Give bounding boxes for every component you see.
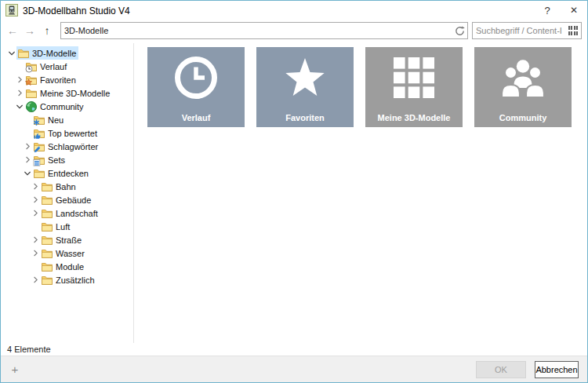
chevron-down-icon[interactable] — [7, 49, 16, 58]
tile-favoriten[interactable]: Favoriten — [256, 47, 354, 127]
tree-item-content[interactable]: Top bewertet — [32, 126, 100, 140]
tree-item-label: Zusätzlich — [56, 275, 95, 285]
tree-item-content[interactable]: Landschaft — [40, 206, 100, 220]
chevron-right-icon[interactable] — [31, 182, 40, 192]
chevron-placeholder — [31, 262, 40, 272]
tree-item-label: Luft — [56, 222, 70, 232]
tree-item-content[interactable]: Favoriten — [24, 73, 78, 86]
tree-item[interactable]: Luft — [1, 220, 133, 233]
grid-view-icon[interactable] — [565, 23, 581, 38]
element-count: 4 Elemente — [7, 345, 51, 354]
chevron-right-icon[interactable] — [31, 235, 40, 245]
tree-item[interactable]: Neu — [1, 113, 133, 126]
tree-item[interactable]: Schlagwörter — [1, 140, 133, 153]
tree-item-content[interactable]: Luft — [40, 220, 72, 233]
globe-icon — [25, 100, 38, 113]
chevron-down-icon[interactable] — [15, 102, 24, 111]
tree-item-content[interactable]: Schlagwörter — [32, 140, 100, 153]
tile-grid: VerlaufFavoritenMeine 3D-ModelleCommunit… — [134, 43, 587, 343]
tree-item[interactable]: Wasser — [1, 246, 133, 260]
star-icon — [256, 47, 354, 108]
chevron-right-icon[interactable] — [15, 75, 24, 85]
chevron-placeholder — [23, 115, 32, 125]
tree-item-label: Verlauf — [40, 62, 67, 71]
folder-star-icon — [25, 74, 38, 86]
chevron-placeholder — [31, 222, 40, 232]
footer: + OK Abbrechen — [1, 356, 587, 382]
chevron-right-icon[interactable] — [15, 89, 24, 98]
tile-label: Verlauf — [147, 113, 245, 122]
tree-item-content[interactable]: Verlauf — [24, 60, 69, 73]
tree-item-label: Top bewertet — [48, 129, 97, 138]
folder-thumb-icon — [33, 127, 45, 140]
tree-item-label: Sets — [48, 155, 65, 165]
tree-item[interactable]: Favoriten — [1, 73, 133, 86]
tree-item[interactable]: Entdecken — [1, 166, 133, 180]
tree-item[interactable]: Top bewertet — [1, 126, 133, 140]
chevron-right-icon[interactable] — [23, 155, 32, 165]
tree-item-content[interactable]: Bahn — [40, 180, 78, 193]
up-button[interactable]: ↑ — [38, 22, 56, 39]
tree-item[interactable]: Verlauf — [1, 60, 133, 73]
tree-item-content[interactable]: Gebäude — [40, 193, 93, 206]
statusbar: 4 Elemente — [1, 343, 587, 356]
folder-icon — [41, 194, 53, 206]
tree-item-content[interactable]: Wasser — [40, 246, 87, 260]
chevron-right-icon[interactable] — [31, 275, 40, 285]
forward-button[interactable]: → — [21, 22, 38, 39]
tree-item[interactable]: Zusätzlich — [1, 273, 133, 286]
address-input[interactable] — [61, 24, 452, 38]
chevron-placeholder — [23, 129, 32, 138]
chevron-right-icon[interactable] — [31, 195, 40, 205]
folder-icon — [41, 234, 53, 246]
tree-item-content[interactable]: Sets — [32, 153, 67, 166]
tree-item-content[interactable]: Neu — [32, 113, 66, 126]
tree-item-content[interactable]: Meine 3D-Modelle — [24, 86, 112, 100]
folder-list-icon — [33, 154, 45, 166]
add-button[interactable]: + — [5, 360, 24, 379]
tree-item[interactable]: Landschaft — [1, 206, 133, 220]
folder-icon — [41, 207, 53, 220]
tree-item-content[interactable]: Zusätzlich — [40, 273, 97, 286]
folder-icon — [41, 261, 53, 273]
refresh-icon[interactable] — [452, 23, 467, 38]
tree-item[interactable]: Bahn — [1, 180, 133, 193]
tile-verlauf[interactable]: Verlauf — [147, 47, 245, 127]
chevron-right-icon[interactable] — [23, 142, 32, 151]
tree-item[interactable]: Straße — [1, 233, 133, 246]
people-icon — [474, 47, 572, 108]
chevron-down-icon[interactable] — [23, 169, 32, 178]
tree-item[interactable]: Module — [1, 260, 133, 273]
tile-meine-3d-modelle[interactable]: Meine 3D-Modelle — [365, 47, 463, 127]
tree-item-label: Gebäude — [56, 195, 91, 205]
tile-community[interactable]: Community — [474, 47, 572, 127]
tree-item-content[interactable]: Straße — [40, 233, 84, 246]
chevron-placeholder — [15, 62, 24, 71]
tree-item-content[interactable]: Community — [24, 100, 86, 113]
tile-label: Meine 3D-Modelle — [365, 113, 463, 122]
tree-item[interactable]: 3D-Modelle — [1, 46, 133, 60]
tree-item-content[interactable]: 3D-Modelle — [16, 46, 78, 60]
window-title: 3D-Modellbahn Studio V4 — [23, 5, 534, 16]
tree-item-label: Favoriten — [40, 75, 76, 85]
back-button[interactable]: ← — [4, 22, 21, 39]
tree-item[interactable]: Meine 3D-Modelle — [1, 86, 133, 100]
tree-item-label: Landschaft — [56, 209, 98, 218]
grid9-icon — [365, 47, 463, 108]
folder-icon — [41, 181, 53, 193]
cancel-button[interactable]: Abbrechen — [535, 361, 579, 378]
folder-clock-icon — [25, 60, 38, 73]
tree-item[interactable]: Community — [1, 100, 133, 113]
help-button[interactable]: ? — [534, 1, 561, 20]
close-button[interactable]: ✕ — [561, 1, 587, 20]
search-bar — [472, 22, 582, 39]
ok-button[interactable]: OK — [476, 361, 526, 378]
chevron-right-icon[interactable] — [31, 249, 40, 258]
tree-item[interactable]: Sets — [1, 153, 133, 166]
chevron-right-icon[interactable] — [31, 209, 40, 218]
titlebar: 3D-Modellbahn Studio V4 ? ✕ — [1, 1, 587, 20]
tree-item[interactable]: Gebäude — [1, 193, 133, 206]
tree-item-content[interactable]: Entdecken — [32, 166, 91, 180]
search-input[interactable] — [473, 24, 565, 38]
tree-item-content[interactable]: Module — [40, 260, 86, 273]
